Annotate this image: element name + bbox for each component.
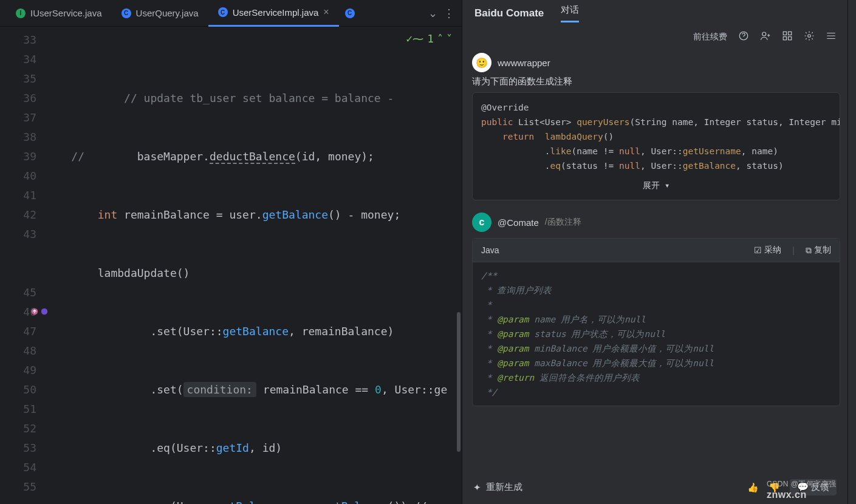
- chat-message-assistant: c @Comate /函数注释 Java ☑ 采纳 | ⧉ 复制 /** * 查…: [472, 213, 840, 406]
- tab-userquery[interactable]: C UserQuery.java: [112, 0, 208, 27]
- svg-rect-4: [783, 32, 786, 35]
- code-text: //: [71, 150, 84, 163]
- tab-userserviceimpl[interactable]: C UserServiceImpl.java ×: [208, 0, 339, 27]
- user-name: wwwwrapper: [498, 58, 550, 68]
- tab-iuserservice[interactable]: I IUserService.java: [6, 0, 112, 27]
- chat-tab-dialog[interactable]: 对话: [561, 4, 579, 22]
- code-text: lambdaUpdate(): [98, 267, 190, 279]
- svg-point-8: [808, 35, 811, 38]
- editor-tabs: I IUserService.java C UserQuery.java C U…: [0, 0, 462, 27]
- expand-button[interactable]: 展开 ▾: [481, 173, 831, 192]
- apps-icon[interactable]: [782, 30, 793, 43]
- response-toolbar: Java ☑ 采纳 | ⧉ 复制: [473, 239, 840, 262]
- editor-scrollbar[interactable]: [456, 27, 462, 504]
- chevron-up-icon[interactable]: ˄: [437, 29, 443, 49]
- line-numbers: 33343536 37383940 414243 45 46 47484950 …: [0, 27, 43, 504]
- tabs-dropdown-icon[interactable]: ⌄: [428, 7, 437, 20]
- svg-rect-6: [783, 37, 786, 40]
- tab-label: UserServiceImpl.java: [233, 7, 319, 18]
- code-text: // update tb_user set balance = balance …: [124, 92, 400, 104]
- code-editor[interactable]: 33343536 37383940 414243 45 46 47484950 …: [0, 27, 462, 504]
- watermark-main: znwx.cn: [767, 489, 807, 500]
- prompt-text: 请为下面的函数生成注释: [472, 76, 840, 87]
- watermark: CSDN @王何字变强 znwx.cn: [767, 479, 837, 500]
- tab-label: IUserService.java: [30, 8, 102, 18]
- code-language: Java: [481, 245, 499, 255]
- close-icon[interactable]: ×: [323, 7, 329, 17]
- copy-button[interactable]: ⧉ 复制: [806, 245, 831, 256]
- gear-icon[interactable]: [804, 30, 815, 43]
- renew-link[interactable]: 前往续费: [693, 32, 727, 43]
- assistant-name: @Comate: [498, 217, 539, 228]
- param-hint: condition:: [183, 382, 256, 397]
- tab-label: UserQuery.java: [136, 8, 199, 18]
- add-user-icon[interactable]: [760, 30, 771, 43]
- check-icon: ✓⁓: [406, 29, 423, 49]
- comate-avatar-icon: c: [472, 213, 491, 232]
- more-icon[interactable]: ⋮: [443, 7, 454, 20]
- chat-header: Baidu Comate 对话: [462, 0, 847, 27]
- problem-count: 1: [427, 29, 434, 49]
- accept-button[interactable]: ☑ 采纳: [754, 245, 781, 256]
- chat-message-user: 🙂 wwwwrapper 请为下面的函数生成注释 @Override publi…: [472, 53, 840, 200]
- avatar: 🙂: [472, 53, 491, 72]
- brand-title: Baidu Comate: [474, 7, 544, 19]
- svg-point-3: [762, 32, 766, 36]
- regenerate-button[interactable]: ✦ 重新生成: [473, 482, 522, 493]
- chevron-down-icon[interactable]: ˅: [447, 29, 452, 49]
- problems-indicator[interactable]: ✓⁓ 1 ˄ ˅: [406, 29, 452, 49]
- class-icon: C: [122, 9, 131, 18]
- generated-docstring: /** * 查询用户列表 * * @param name 用户名，可以为null…: [473, 262, 840, 406]
- menu-icon[interactable]: [826, 30, 837, 43]
- help-icon[interactable]: [738, 30, 749, 43]
- class-icon: C: [218, 7, 228, 17]
- right-tool-rail[interactable]: [847, 0, 856, 504]
- interface-icon: I: [16, 9, 26, 18]
- class-icon: C: [345, 9, 355, 18]
- user-code-snippet: @Override public List<User> queryUsers(S…: [472, 92, 840, 200]
- watermark-sub: CSDN @王何字变强: [767, 479, 837, 489]
- tab-extra[interactable]: C: [339, 0, 361, 27]
- wand-icon: ✦: [473, 482, 481, 493]
- svg-rect-7: [789, 37, 792, 40]
- slash-command: /函数注释: [545, 217, 581, 228]
- thumbs-up-icon[interactable]: 👍: [747, 482, 759, 493]
- svg-rect-5: [789, 32, 792, 35]
